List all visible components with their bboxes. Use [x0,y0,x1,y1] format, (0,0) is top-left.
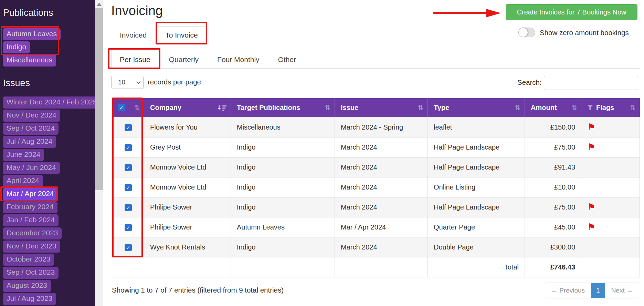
table-row: ✓ Wye Knot Rentals Indigo March 2024 Dou… [112,237,640,257]
column-label: Type [434,104,449,112]
scrollbar-thumb[interactable] [95,8,103,190]
table-row: ✓ Monnow Voice Ltd Indigo March 2024 Hal… [112,157,640,177]
issue-tag[interactable]: October 2023 [3,254,54,266]
records-per-page-select[interactable]: 10 [111,76,144,89]
amount-cell: £10.00 [525,177,581,197]
create-invoices-button[interactable]: Create Invoices for 7 Bookings Now [506,4,637,20]
company-cell: Philipe Sower [144,197,231,217]
type-cell: Half Page Landscape [428,137,525,157]
bookings-table: ✓ ⇅ Company ↓ Target Publications ⇅ [112,98,640,277]
total-amount: £746.43 [525,257,581,277]
tab-other[interactable]: Other [270,51,305,68]
current-page-button[interactable]: 1 [591,283,605,298]
issue-tag[interactable]: April 2024 [3,175,43,187]
red-flag-icon[interactable]: ⚑ [587,222,595,232]
red-flag-icon[interactable]: ⚑ [587,122,595,132]
issue-tag[interactable]: May / Jun 2024 [3,162,60,174]
flags-cell: ⚑ [581,157,640,177]
records-per-page-value: 10 [118,79,125,86]
issue-tag[interactable]: Sep / Oct 2024 [3,123,59,135]
sort-both-icon[interactable]: ⇅ [630,104,636,111]
table-row: ✓ Monnow Voice Ltd Indigo March 2024 Onl… [112,177,640,197]
row-checkbox[interactable]: ✓ [125,204,132,211]
select-all-checkbox[interactable]: ✓ [118,104,125,111]
issue-tag[interactable]: Jul / Aug 2023 [3,293,56,305]
tab-per-issue[interactable]: Per Issue [111,51,159,69]
company-cell: Wye Knot Rentals [144,237,231,257]
total-label: Total [428,257,525,277]
red-flag-icon[interactable]: ⚑ [587,202,595,212]
row-checkbox-cell: ✓ [112,177,144,197]
issue-cell: March 2024 [335,237,428,257]
issue-cell: March 2024 [335,157,428,177]
row-checkbox-cell: ✓ [112,157,144,177]
sort-both-icon[interactable]: ⇅ [571,104,577,111]
publications-heading: Publications [3,8,53,18]
publication-tag[interactable]: Autumn Leaves [3,28,61,40]
tab-quarterly[interactable]: Quarterly [160,51,207,68]
sort-both-icon[interactable]: ⇅ [418,104,423,111]
row-checkbox[interactable]: ✓ [125,224,132,231]
tab-four-monthly[interactable]: Four Monthly [209,51,268,68]
previous-page-button[interactable]: ← Previous [545,283,591,298]
row-checkbox[interactable]: ✓ [125,184,132,191]
table-row: ✓ Philipe Sower Autumn Leaves Mar / Apr … [112,217,640,237]
issue-tag[interactable]: February 2024 [3,201,57,213]
red-flag-icon[interactable]: ⚑ [587,142,595,152]
column-label: Target Publications [237,104,300,112]
issue-tag[interactable]: December 2023 [3,227,62,239]
table-row: ✓ Philipe Sower Indigo March 2024 Half P… [112,197,640,217]
sort-both-icon[interactable]: ⇅ [515,104,520,111]
column-header-amount[interactable]: Amount ⇅ [525,98,581,117]
issue-tag[interactable]: Jul / Aug 2024 [3,136,56,148]
scrollbar-up-arrow-icon[interactable] [97,3,102,6]
type-cell: Online Listing [428,177,525,197]
issue-tag[interactable]: Nov / Dec 2023 [3,241,60,253]
issue-tag[interactable]: August 2023 [3,280,51,292]
table-body: ✓ Flowers for You Miscellaneous March 20… [112,117,640,257]
column-header-issue[interactable]: Issue ⇅ [335,98,428,117]
row-checkbox[interactable]: ✓ [125,144,132,151]
check-icon: ✓ [126,205,130,210]
row-checkbox[interactable]: ✓ [125,124,132,131]
zero-amount-toggle[interactable] [518,28,535,37]
publication-tag[interactable]: Miscellaneous [3,54,56,67]
publication-tag[interactable]: Indigo [3,41,30,53]
tab-to-invoice[interactable]: To Invoice [157,26,207,44]
sort-amount-asc-icon[interactable]: ↓ [217,104,226,111]
amount-cell: £75.00 [525,137,581,157]
page-title: Invoicing [111,3,163,18]
row-checkbox-cell: ✓ [112,117,144,137]
company-cell: Flowers for You [144,117,231,137]
bars-icon [222,105,226,111]
issue-tag[interactable]: Winter Dec 2024 / Feb 2025 [3,96,95,109]
search-input[interactable] [544,76,638,90]
column-header-company[interactable]: Company ↓ [144,98,231,117]
issue-cell: March 2024 [335,197,428,217]
issue-cell: Mar / Apr 2024 [335,217,428,237]
column-header-flags[interactable]: Flags ⇅ [581,98,640,117]
filter-funnel-icon[interactable] [587,105,593,110]
issue-tag[interactable]: June 2024 [3,149,44,161]
table-header-row: ✓ ⇅ Company ↓ Target Publications ⇅ [112,98,640,117]
tab-invoiced[interactable]: Invoiced [111,26,155,44]
row-checkbox[interactable]: ✓ [125,164,132,171]
flags-cell: ⚑ [581,177,640,197]
issue-cell: March 2024 [335,137,428,157]
issue-tag[interactable]: Nov / Dec 2024 [3,110,60,122]
issue-tag[interactable]: Mar / Apr 2024 [3,188,58,200]
search-label: Search: [517,78,542,86]
next-page-button[interactable]: Next → [605,283,639,298]
issue-tag[interactable]: Jan / Feb 2024 [3,214,59,226]
flags-cell: ⚑ [581,217,640,237]
vertical-scrollbar[interactable] [95,0,103,306]
row-checkbox[interactable]: ✓ [125,244,132,251]
sort-both-icon[interactable]: ⇅ [134,104,140,111]
column-header-type[interactable]: Type ⇅ [428,98,525,117]
column-header-target-publications[interactable]: Target Publications ⇅ [231,98,335,117]
amount-cell: £150.00 [525,117,581,137]
row-checkbox-cell: ✓ [112,237,144,257]
issue-tag[interactable]: Sep / Oct 2023 [3,267,59,279]
publications-list: Autumn LeavesIndigoMiscellaneous [3,28,95,68]
sort-both-icon[interactable]: ⇅ [325,104,330,111]
